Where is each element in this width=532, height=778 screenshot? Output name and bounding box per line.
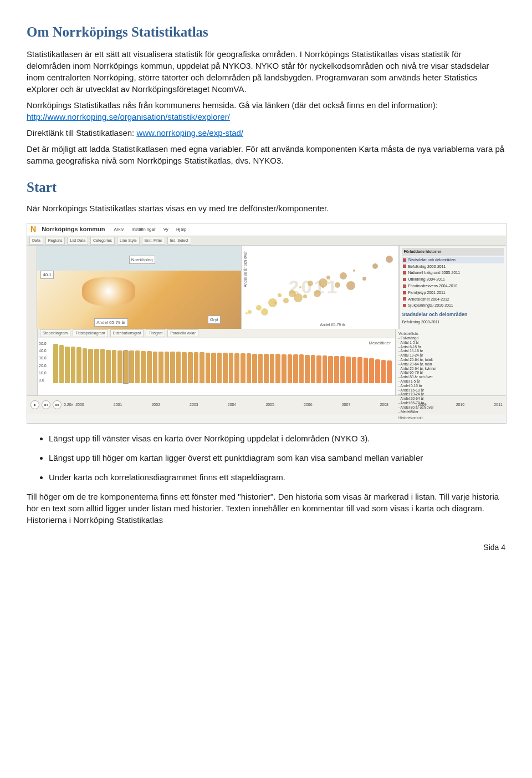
- bar[interactable]: [241, 353, 245, 383]
- scatter-dot[interactable]: [278, 293, 282, 297]
- menu-vy[interactable]: Vy: [163, 227, 168, 232]
- hist-btn-öppna[interactable]: Öppna: [436, 423, 451, 424]
- story-item[interactable]: Befolkning 2000-2011: [402, 263, 504, 270]
- menu-hjalp[interactable]: Hjälp: [176, 227, 186, 232]
- bar[interactable]: [206, 353, 211, 383]
- bar[interactable]: [182, 352, 187, 383]
- bar[interactable]: [129, 350, 134, 383]
- bar[interactable]: [293, 354, 298, 383]
- bar[interactable]: [176, 352, 181, 383]
- hist-btn-skapa[interactable]: Skapa: [398, 423, 413, 424]
- timeline-year[interactable]: 2008: [380, 402, 388, 408]
- bar[interactable]: [311, 355, 316, 383]
- bar[interactable]: [124, 350, 129, 383]
- scatter-dot[interactable]: [274, 302, 277, 304]
- bar[interactable]: [88, 349, 93, 383]
- timeline-year[interactable]: 2010: [456, 402, 465, 408]
- bar[interactable]: [282, 354, 287, 383]
- bar[interactable]: [264, 354, 269, 383]
- bar[interactable]: [334, 356, 339, 383]
- map-panel[interactable]: 40.1 Norrköping Gryt Andel 65-79 år: [37, 246, 241, 329]
- bar[interactable]: [76, 347, 81, 383]
- bar[interactable]: [387, 360, 392, 383]
- bar-tab-distributionsgraf[interactable]: Distributionsgraf: [110, 329, 144, 337]
- toolbar-list-data[interactable]: List Data: [67, 237, 88, 245]
- timeline-year[interactable]: 2003: [190, 402, 198, 408]
- scatter-dot[interactable]: [362, 277, 366, 281]
- story-item[interactable]: Stadsdelar och delområden: [402, 257, 504, 263]
- scatter-dot[interactable]: [261, 308, 268, 316]
- hist-btn-redigera[interactable]: Redigera: [415, 423, 433, 424]
- bar[interactable]: [316, 355, 321, 383]
- bar-tab-tidstapeldiagram[interactable]: Tidstapeldiagram: [73, 329, 108, 337]
- bar-panel[interactable]: StapeldiagramTidstapeldiagramDistributio…: [38, 329, 396, 395]
- bar[interactable]: [100, 349, 105, 383]
- bar[interactable]: [117, 350, 122, 383]
- bar[interactable]: [299, 354, 304, 383]
- scatter-dot[interactable]: [386, 256, 393, 263]
- hist-btn-spara[interactable]: Spara: [452, 423, 466, 424]
- bar[interactable]: [153, 352, 158, 383]
- toolbar-regions[interactable]: Regions: [45, 237, 65, 245]
- bar[interactable]: [135, 350, 140, 383]
- bar[interactable]: [188, 352, 193, 383]
- timeline-year[interactable]: 2005: [265, 402, 274, 408]
- bar[interactable]: [147, 351, 152, 383]
- scatter-dot[interactable]: [294, 293, 303, 302]
- timeline-year[interactable]: 2002: [151, 402, 160, 408]
- play-button-icon[interactable]: ▶: [30, 400, 39, 409]
- link-explorer[interactable]: http://www.norrkoping.se/organisation/st…: [27, 112, 230, 121]
- bar[interactable]: [71, 347, 76, 383]
- timeline-year[interactable]: 2000: [75, 402, 84, 408]
- forward-button-icon[interactable]: ⏭: [53, 400, 62, 409]
- scatter-dot[interactable]: [340, 272, 347, 279]
- timeline-year[interactable]: 2001: [114, 402, 122, 408]
- scatter-dot[interactable]: [314, 290, 321, 297]
- timeline-year[interactable]: 2004: [228, 402, 237, 408]
- story-item[interactable]: Sjukpenningtal 2010-2011: [402, 302, 504, 309]
- link-exp-stad[interactable]: www.norrkoping.se/exp-stad/: [136, 128, 243, 138]
- story-item[interactable]: Arbetslöshet 2004-2012: [402, 296, 504, 303]
- bar[interactable]: [357, 357, 362, 383]
- timeline-year[interactable]: 2011: [494, 402, 503, 408]
- bar[interactable]: [369, 358, 374, 383]
- scatter-dot[interactable]: [322, 286, 324, 288]
- bar-tab-stapeldiagram[interactable]: Stapeldiagram: [40, 329, 70, 337]
- scatter-dot[interactable]: [245, 312, 248, 314]
- bar[interactable]: [340, 356, 345, 383]
- toolbar-categories[interactable]: Categories: [90, 237, 115, 245]
- scatter-dot[interactable]: [326, 276, 330, 279]
- scatter-panel[interactable]: 2011 Andel 65-79 år Andel 80 år och över: [242, 246, 400, 329]
- scatter-dot[interactable]: [256, 305, 262, 311]
- scatter-dot[interactable]: [299, 286, 301, 288]
- bar[interactable]: [229, 353, 234, 383]
- story-item[interactable]: Utbildning 2004-2011: [402, 276, 504, 283]
- toolbar-data[interactable]: Data: [29, 237, 43, 245]
- bar[interactable]: [65, 347, 70, 383]
- bar[interactable]: [270, 354, 275, 383]
- scatter-dot[interactable]: [283, 298, 289, 303]
- bar[interactable]: [211, 353, 216, 383]
- timeline-year[interactable]: 2009: [418, 402, 427, 408]
- bar[interactable]: [112, 350, 117, 383]
- menu-installningar[interactable]: Inställningar: [131, 227, 155, 232]
- rewind-button-icon[interactable]: ⏮: [42, 400, 50, 409]
- bar[interactable]: [59, 345, 64, 383]
- bar[interactable]: [305, 355, 310, 383]
- bar[interactable]: [165, 352, 170, 383]
- bar[interactable]: [375, 359, 380, 383]
- bar[interactable]: [346, 357, 351, 383]
- toolbar-end-filter[interactable]: End. Filter: [142, 237, 165, 245]
- bar[interactable]: [328, 356, 333, 383]
- bar[interactable]: [83, 348, 88, 383]
- bar[interactable]: [381, 360, 386, 383]
- bar[interactable]: [53, 344, 58, 383]
- scatter-dot[interactable]: [335, 282, 340, 288]
- bar[interactable]: [288, 354, 293, 383]
- bar[interactable]: [106, 350, 111, 383]
- scatter-dot[interactable]: [372, 263, 378, 269]
- bar-tab-tidsgraf[interactable]: Tidsgraf: [146, 329, 165, 337]
- bar[interactable]: [223, 353, 228, 383]
- scatter-dot[interactable]: [248, 310, 252, 314]
- bar[interactable]: [252, 354, 257, 383]
